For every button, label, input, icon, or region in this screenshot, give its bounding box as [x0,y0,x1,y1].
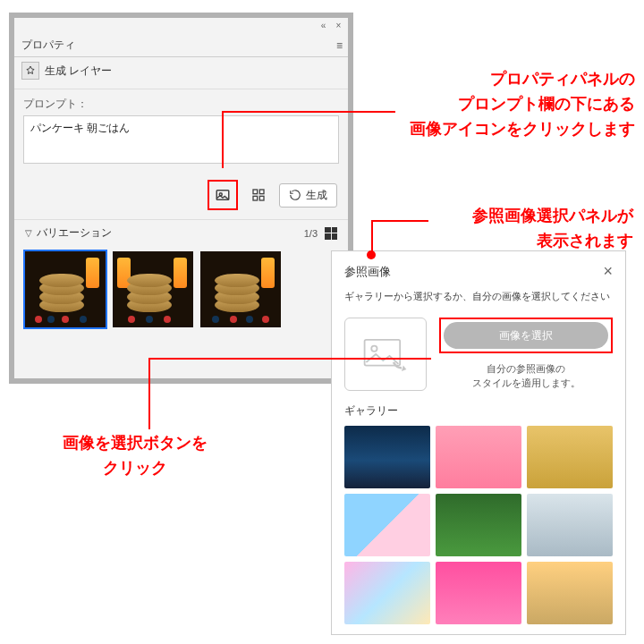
generate-button[interactable]: 生成 [279,183,337,208]
select-image-highlight: 画像を選択 [439,318,613,353]
prompt-input[interactable]: パンケーキ 朝ごはん [23,115,339,164]
panel-titlebar: « × [14,18,348,34]
connector-2-dot [367,250,376,259]
panel-menu-icon[interactable]: ≡ [336,39,343,52]
properties-tab-label: プロパティ [21,38,75,51]
prompt-value: パンケーキ 朝ごはん [30,122,130,134]
svg-rect-5 [259,196,264,200]
svg-rect-2 [253,190,258,194]
gallery-item-6[interactable] [527,494,613,556]
annotation-2: 参照画像選択パネルが 表示されます [472,204,633,254]
connector-3v [148,358,150,429]
reference-image-panel: 参照画像 × ギャラリーから選択するか、自分の画像を選択してください 画像を選択 [331,250,626,635]
layer-row: 生成 レイヤー [14,57,348,89]
connector-3h [148,358,431,360]
connector-2v [371,220,373,254]
ref-panel-title: 参照画像 [344,264,391,280]
page-indicator: 1/3 [304,228,318,239]
gallery-item-5[interactable] [436,494,521,556]
ref-dropzone[interactable] [344,318,427,391]
gallery-item-8[interactable] [436,562,521,624]
gallery-item-1[interactable] [344,426,430,488]
properties-tab[interactable]: プロパティ ≡ [14,34,348,57]
gallery-item-4[interactable] [344,494,430,556]
properties-panel: « × プロパティ ≡ 生成 レイヤー プロンプト： パンケーキ 朝ごはん [9,13,353,384]
connector-1h [222,111,395,113]
annotation-1: プロパティパネルの プロンプト欄の下にある 画像アイコンをクリックします [410,67,635,142]
style-grid-button[interactable] [247,183,270,207]
variation-thumb-2[interactable] [113,251,193,327]
variation-thumbnails [14,244,348,335]
connector-2h [371,220,428,222]
ref-panel-desc: ギャラリーから選択するか、自分の画像を選択してください [344,290,613,303]
gallery-grid [344,426,613,624]
connector-1v [222,111,224,168]
prompt-toolbar: 生成 [14,164,348,219]
close-icon[interactable]: × [333,20,344,31]
collapse-icon[interactable]: « [318,20,329,31]
svg-point-7 [371,346,377,352]
ref-close-icon[interactable]: × [603,262,613,281]
variations-label: バリエーション [37,225,112,241]
svg-rect-4 [253,196,258,200]
svg-rect-6 [365,340,401,366]
select-image-label: 画像を選択 [499,328,553,343]
select-image-button[interactable]: 画像を選択 [444,322,608,349]
variations-header: ▽ バリエーション 1/3 [14,219,348,244]
variation-thumb-1[interactable] [25,251,106,327]
gallery-item-2[interactable] [436,426,521,488]
variation-thumb-3[interactable] [200,251,281,327]
reference-image-button[interactable] [208,180,238,210]
generate-label: 生成 [306,188,327,203]
annotation-3: 画像を選択ボタンを クリック [63,431,208,481]
gallery-item-7[interactable] [344,562,430,624]
layer-name: 生成 レイヤー [45,64,112,79]
chevron-down-icon[interactable]: ▽ [25,228,32,238]
pin-icon[interactable] [21,62,39,80]
gallery-label: ギャラリー [344,403,613,419]
svg-rect-3 [259,190,264,194]
grid-view-icon[interactable] [325,227,337,240]
select-image-desc: 自分の参照画像のスタイルを適用します。 [439,362,613,391]
gallery-item-9[interactable] [527,562,613,624]
gallery-item-3[interactable] [527,426,613,488]
